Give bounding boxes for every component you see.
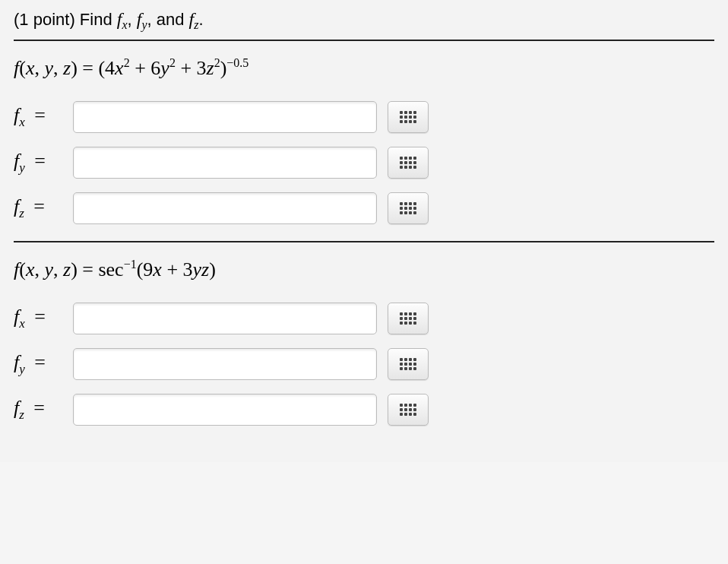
part2-expression: f(x, y, z) = sec−1(9x + 3yz): [14, 258, 714, 281]
prompt-period: .: [198, 10, 203, 29]
part2-fz-sub: z: [19, 407, 24, 422]
part1-fx-input-wrap: [73, 101, 429, 133]
prompt-sub2: y: [141, 18, 147, 31]
part1-fy-input-wrap: [73, 147, 429, 179]
part2-fz-input[interactable]: [73, 394, 377, 426]
part2-fz-input-wrap: [73, 394, 429, 426]
part1-fx-sub: x: [19, 115, 25, 129]
part2-fy-sub: y: [19, 362, 25, 376]
keypad-icon: [400, 157, 416, 169]
part1-fz-label: fz =: [14, 195, 73, 221]
part1-fx-label: fx =: [14, 104, 73, 130]
part2-fx-input[interactable]: [73, 303, 377, 334]
part1-fy-row: fy =: [14, 147, 714, 179]
part1-fx-row: fx =: [14, 101, 714, 133]
part2-fy-input[interactable]: [73, 348, 377, 380]
part2-fy-input-wrap: [73, 348, 429, 380]
keypad-button[interactable]: [388, 147, 429, 179]
problem-container: (1 point) Find fx, fy, and fz. f(x, y, z…: [0, 0, 728, 462]
part2-fx-input-wrap: [73, 303, 429, 334]
part2-fy-row: fy =: [14, 348, 714, 380]
part1-expression: f(x, y, z) = (4x2 + 6y2 + 3z2)−0.5: [14, 56, 714, 80]
keypad-icon: [400, 358, 416, 370]
part1-fy-input[interactable]: [73, 147, 377, 179]
part1-fx-input[interactable]: [73, 101, 377, 133]
prompt-comma2: , and: [147, 10, 189, 29]
part1-fz-sub: z: [19, 206, 24, 220]
keypad-icon: [400, 404, 416, 416]
problem-prompt: (1 point) Find fx, fy, and fz.: [14, 9, 714, 41]
prompt-sub1: x: [122, 18, 127, 31]
keypad-icon: [400, 111, 416, 123]
part1-fy-sub: y: [19, 160, 25, 175]
keypad-button[interactable]: [388, 348, 429, 380]
keypad-icon: [400, 312, 416, 325]
prompt-prefix: (1 point) Find: [14, 10, 117, 29]
keypad-button[interactable]: [388, 101, 429, 133]
part1-fz-input-wrap: [73, 192, 429, 224]
part2-fz-row: fz =: [14, 394, 714, 426]
prompt-comma1: ,: [128, 10, 137, 29]
keypad-button[interactable]: [388, 394, 429, 426]
part2-fx-label: fx =: [14, 306, 73, 331]
part1-fz-row: fz =: [14, 192, 714, 224]
part2-fx-sub: x: [19, 316, 25, 331]
keypad-button[interactable]: [388, 303, 429, 334]
keypad-button[interactable]: [388, 192, 429, 224]
section-divider: [14, 241, 714, 242]
part2-fx-row: fx =: [14, 303, 714, 334]
part2-fz-label: fz =: [14, 397, 73, 423]
part2-fy-label: fy =: [14, 351, 73, 377]
part1-fy-label: fy =: [14, 150, 73, 176]
keypad-icon: [400, 202, 416, 214]
part1-fz-input[interactable]: [73, 192, 377, 224]
